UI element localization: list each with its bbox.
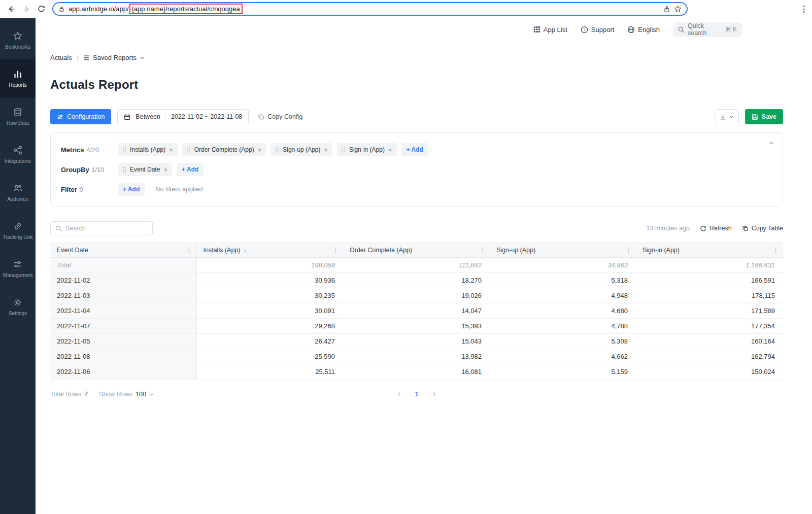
help-circle-icon: ?: [581, 26, 588, 33]
link-icon: [13, 221, 23, 231]
remove-chip-icon[interactable]: ×: [169, 147, 173, 153]
collapse-panel-icon[interactable]: [768, 140, 774, 146]
date-range-picker[interactable]: Between 2022-11-02 ~ 2022-11-08: [117, 109, 249, 124]
metric-chip[interactable]: Order Complete (App)×: [182, 143, 266, 156]
remove-chip-icon[interactable]: ×: [163, 166, 167, 173]
globe-icon: [627, 26, 635, 33]
quick-search[interactable]: Quick search ⌘ K: [673, 22, 742, 37]
metric-chip[interactable]: Sign-in (App)×: [337, 143, 397, 156]
copy-icon: [742, 225, 749, 232]
column-header-sign-up[interactable]: Sign-up (App): [490, 243, 636, 258]
value-cell: 25,590: [196, 349, 343, 364]
address-bar[interactable]: app.airbridge.io/app/{app name}/reports/…: [52, 2, 688, 16]
support-button[interactable]: ? Support: [581, 26, 615, 33]
remove-chip-icon[interactable]: ×: [324, 147, 328, 153]
column-header-order-complete[interactable]: Order Complete (App): [343, 243, 490, 258]
save-disk-icon: [752, 114, 758, 120]
drag-handle-icon[interactable]: [275, 147, 279, 153]
value-cell: 30,936: [196, 273, 343, 288]
column-header-installs[interactable]: Installs (App)↓: [196, 243, 343, 258]
sidebar-item-management[interactable]: Management: [0, 250, 36, 288]
add-groupby-button[interactable]: + Add: [177, 163, 204, 176]
metrics-label: Metrics: [61, 146, 84, 154]
value-cell: 19,026: [343, 288, 490, 303]
column-menu-icon[interactable]: [188, 247, 190, 253]
refresh-button[interactable]: Refresh: [700, 225, 732, 232]
sidebar-item-raw-data[interactable]: Raw Data: [0, 97, 36, 135]
grid-icon: [533, 26, 540, 33]
add-filter-button[interactable]: + Add: [118, 183, 145, 196]
no-filters-text: No filters applied: [155, 186, 202, 193]
app-list-button[interactable]: App List: [533, 26, 567, 33]
drag-handle-icon[interactable]: [122, 166, 126, 173]
drag-handle-icon[interactable]: [342, 147, 346, 153]
language-button[interactable]: English: [627, 26, 660, 33]
value-cell: 15,043: [343, 334, 490, 349]
metric-chip[interactable]: Installs (App)×: [118, 143, 178, 156]
sidebar-item-reports[interactable]: Reports: [0, 59, 36, 97]
download-icon: [720, 114, 726, 120]
sidebar-item-audience[interactable]: Audience: [0, 174, 36, 212]
configuration-panel: Metrics4/20 Installs (App)× Order Comple…: [50, 132, 783, 207]
browser-refresh-icon[interactable]: [38, 5, 45, 13]
drag-handle-icon[interactable]: [122, 147, 126, 153]
browser-back-icon[interactable]: [7, 5, 15, 13]
sidebar-item-integrations[interactable]: Integrations: [0, 135, 36, 174]
sidebar-item-settings[interactable]: Settings: [0, 288, 36, 326]
table-toolbar: 13 minutes ago Refresh Copy Table: [50, 221, 783, 235]
config-sliders-icon: [57, 114, 63, 120]
chevron-down-icon: [149, 392, 154, 397]
copy-table-button[interactable]: Copy Table: [742, 225, 783, 232]
sidebar: Bookmarks Reports Raw Data Integrations …: [0, 18, 36, 514]
remove-chip-icon[interactable]: ×: [258, 147, 262, 153]
top-navigation: App List ? Support English Quick search …: [36, 18, 812, 41]
save-button[interactable]: Save: [745, 109, 783, 124]
drag-handle-icon[interactable]: [187, 147, 191, 153]
reports-chart-icon: [13, 69, 23, 79]
filter-label: Filter: [61, 186, 77, 193]
page-number[interactable]: 1: [415, 391, 419, 398]
search-input[interactable]: [65, 225, 148, 232]
column-menu-icon[interactable]: [628, 247, 629, 253]
integrations-nodes-icon: [13, 145, 23, 155]
filter-row: Filter0 + Add No filters applied: [61, 183, 772, 196]
sidebar-item-tracking-link[interactable]: Tracking Link: [0, 212, 36, 250]
sort-desc-icon[interactable]: ↓: [243, 247, 246, 254]
report-toolbar: Configuration Between 2022-11-02 ~ 2022-…: [50, 109, 783, 124]
search-icon: [55, 225, 62, 232]
metrics-row: Metrics4/20 Installs (App)× Order Comple…: [61, 143, 772, 156]
groupby-chip[interactable]: Event Date×: [118, 163, 172, 176]
metric-chip[interactable]: Sign-up (App)×: [270, 143, 332, 156]
configuration-button[interactable]: Configuration: [50, 109, 111, 124]
saved-reports-dropdown[interactable]: Saved Reports: [83, 54, 145, 61]
copy-icon: [258, 114, 264, 120]
chevron-down-icon: [729, 115, 734, 119]
column-menu-icon[interactable]: [335, 247, 336, 253]
browser-menu-icon[interactable]: [803, 5, 805, 13]
date-range-value: 2022-11-02 ~ 2022-11-08: [171, 113, 242, 120]
copy-config-button[interactable]: Copy Config: [258, 113, 302, 120]
breadcrumb-actuals[interactable]: Actuals: [50, 54, 72, 61]
column-menu-icon[interactable]: [775, 247, 776, 253]
add-metric-button[interactable]: + Add: [401, 143, 428, 156]
browser-forward-icon[interactable]: [22, 5, 30, 13]
sidebar-item-bookmarks[interactable]: Bookmarks: [0, 21, 36, 59]
table-search[interactable]: [50, 221, 153, 235]
remove-chip-icon[interactable]: ×: [388, 147, 392, 153]
next-page-icon[interactable]: [431, 391, 436, 397]
pagination: 1: [397, 391, 437, 398]
url-text: app.airbridge.io/app/{app name}/reports/…: [69, 4, 243, 14]
share-icon[interactable]: [663, 6, 670, 13]
column-header-sign-in[interactable]: Sign-in (App): [636, 243, 783, 258]
prev-page-icon[interactable]: [397, 391, 402, 397]
url-highlighted-segment: {app name}/reports/actual/c/nqoqgea: [129, 4, 243, 14]
value-cell: 13,982: [343, 349, 490, 364]
show-rows-select[interactable]: Show Rows 100: [99, 391, 154, 398]
value-cell: 4,662: [490, 349, 636, 364]
total-rows-value: 7: [84, 391, 88, 398]
table-row: 2022-11-04 30,091 14,047 4,680 171,589: [50, 303, 783, 319]
bookmark-star-icon[interactable]: [674, 5, 682, 13]
column-header-event-date[interactable]: Event Date: [50, 243, 196, 258]
download-button[interactable]: [715, 109, 739, 124]
column-menu-icon[interactable]: [482, 247, 483, 253]
